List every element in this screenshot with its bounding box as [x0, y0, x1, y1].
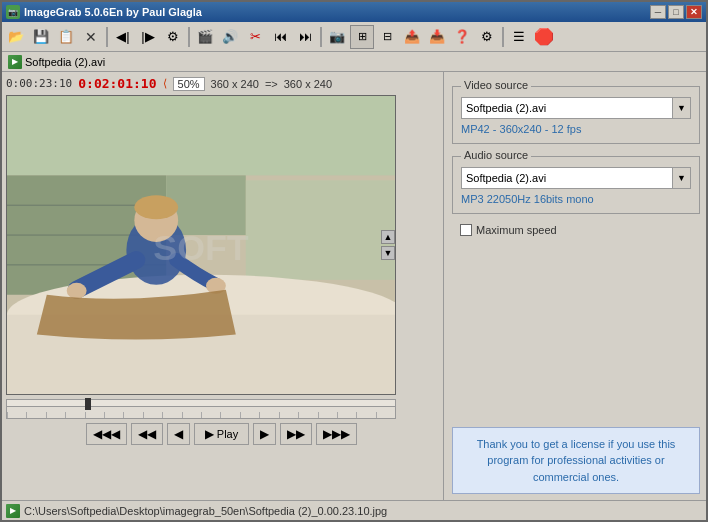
- fast-forward-button[interactable]: ▶▶: [280, 423, 312, 445]
- play-label: Play: [217, 428, 238, 440]
- max-speed-label: Maximum speed: [476, 224, 557, 236]
- tick: [46, 412, 65, 418]
- toolbar: 📂 💾 📋 ✕ ◀| |▶ ⚙ 🎬 🔊 ✂ ⏮ ⏭ 📷 ⊞ ⊟ 📤 📥 ❓ ⚙ …: [2, 22, 706, 52]
- stop-button[interactable]: 🛑: [532, 25, 556, 49]
- toolbar-sep-2: [188, 27, 190, 47]
- tick: [240, 412, 259, 418]
- tick-marks: [7, 407, 395, 418]
- list-view-button[interactable]: ☰: [507, 25, 531, 49]
- capture-button[interactable]: 📷: [325, 25, 349, 49]
- video-frame[interactable]: SOFT ▲ ▼: [6, 95, 396, 395]
- play-icon-wrap: ▶ Play: [205, 427, 238, 441]
- nav-up-arrow[interactable]: ▲: [381, 230, 395, 244]
- cut-button[interactable]: ✂: [243, 25, 267, 49]
- nav-down-arrow[interactable]: ▼: [381, 246, 395, 260]
- license-text: Thank you to get a license if you use th…: [461, 436, 691, 486]
- tick: [143, 412, 162, 418]
- tick: [279, 412, 298, 418]
- video-source-group: Video source Softpedia (2).avi ▼ MP42 - …: [452, 86, 700, 144]
- timecode-total: 0:02:01:10: [78, 76, 156, 91]
- rewind-fast-button[interactable]: ◀◀◀: [86, 423, 127, 445]
- scrubber-area: [6, 399, 396, 419]
- minimize-button[interactable]: ─: [650, 5, 666, 19]
- play-icon: ▶: [205, 427, 214, 441]
- zoom-arrow-icon: ⟨: [163, 77, 167, 90]
- import-left-button[interactable]: ◀|: [111, 25, 135, 49]
- open-file-button[interactable]: 📂: [4, 25, 28, 49]
- audio-source-dropdown-arrow[interactable]: ▼: [673, 167, 691, 189]
- video-source-label: Video source: [461, 79, 531, 91]
- tick: [259, 412, 278, 418]
- zoom-badge: 50%: [173, 77, 205, 91]
- video-source-dropdown-arrow[interactable]: ▼: [673, 97, 691, 119]
- toolbar-sep-4: [502, 27, 504, 47]
- maximize-button[interactable]: □: [668, 5, 684, 19]
- tick: [298, 412, 317, 418]
- tick: [376, 412, 395, 418]
- audio-source-dropdown-wrapper: Softpedia (2).avi ▼: [461, 167, 691, 189]
- audio-source-info: MP3 22050Hz 16bits mono: [461, 193, 691, 205]
- status-path: C:\Users\Softpedia\Desktop\imagegrab_50e…: [24, 505, 387, 517]
- tick: [162, 412, 181, 418]
- video-source-dropdown[interactable]: Softpedia (2).avi: [461, 97, 673, 119]
- batch1-button[interactable]: ⊞: [350, 25, 374, 49]
- title-bar: 📷 ImageGrab 5.0.6En by Paul Glagla ─ □ ✕: [2, 2, 706, 22]
- options-button[interactable]: ⚙: [475, 25, 499, 49]
- tick: [123, 412, 142, 418]
- batch2-button[interactable]: ⊟: [375, 25, 399, 49]
- max-speed-row: Maximum speed: [460, 224, 700, 236]
- export2-button[interactable]: 📥: [425, 25, 449, 49]
- frame-back-button[interactable]: ⏮: [268, 25, 292, 49]
- save-button[interactable]: 💾: [29, 25, 53, 49]
- resolution-to: 360 x 240: [284, 78, 332, 90]
- clipboard-button[interactable]: 📋: [54, 25, 78, 49]
- import-right-button[interactable]: |▶: [136, 25, 160, 49]
- file-tab: ▶ Softpedia (2).avi: [2, 52, 706, 72]
- video-placeholder: SOFT ▲ ▼: [7, 96, 395, 394]
- tick: [318, 412, 337, 418]
- svg-point-12: [134, 195, 178, 219]
- close-button[interactable]: ✕: [686, 5, 702, 19]
- tick: [220, 412, 239, 418]
- title-bar-left: 📷 ImageGrab 5.0.6En by Paul Glagla: [6, 5, 202, 19]
- toolbar-sep-3: [320, 27, 322, 47]
- video-button[interactable]: 🎬: [193, 25, 217, 49]
- svg-rect-3: [166, 175, 246, 235]
- svg-rect-4: [246, 180, 395, 279]
- delete-button[interactable]: ✕: [79, 25, 103, 49]
- resolution-from: 360 x 240: [211, 78, 259, 90]
- step-forward-button[interactable]: ▶: [253, 423, 276, 445]
- status-icon: ▶: [6, 504, 20, 518]
- audio-button[interactable]: 🔊: [218, 25, 242, 49]
- app-icon: 📷: [6, 5, 20, 19]
- tick: [65, 412, 84, 418]
- fast-forward-end-button[interactable]: ▶▶▶: [316, 423, 357, 445]
- tick: [7, 412, 26, 418]
- title-bar-controls: ─ □ ✕: [650, 5, 702, 19]
- timecode-bar: 0:00:23:10 0:02:01:10 ⟨ 50% 360 x 240 =>…: [6, 76, 437, 91]
- main-area: 0:00:23:10 0:02:01:10 ⟨ 50% 360 x 240 =>…: [2, 72, 706, 500]
- audio-source-label: Audio source: [461, 149, 531, 161]
- tick: [201, 412, 220, 418]
- tick: [26, 412, 45, 418]
- right-panel: Video source Softpedia (2).avi ▼ MP42 - …: [446, 72, 706, 500]
- audio-source-dropdown[interactable]: Softpedia (2).avi: [461, 167, 673, 189]
- vertical-divider: [443, 72, 444, 500]
- resolution-arrow: =>: [265, 78, 278, 90]
- play-button[interactable]: ▶ Play: [194, 423, 249, 445]
- svg-text:SOFT: SOFT: [153, 228, 249, 268]
- step-back-button[interactable]: ◀: [167, 423, 190, 445]
- rewind-button[interactable]: ◀◀: [131, 423, 163, 445]
- video-panel: 0:00:23:10 0:02:01:10 ⟨ 50% 360 x 240 =>…: [2, 72, 441, 500]
- frame-fwd-button[interactable]: ⏭: [293, 25, 317, 49]
- scrubber-track[interactable]: [6, 399, 396, 407]
- audio-source-group: Audio source Softpedia (2).avi ▼ MP3 220…: [452, 156, 700, 214]
- help-button[interactable]: ❓: [450, 25, 474, 49]
- scrubber-thumb[interactable]: [85, 398, 91, 410]
- window-title: ImageGrab 5.0.6En by Paul Glagla: [24, 6, 202, 18]
- settings-button[interactable]: ⚙: [161, 25, 185, 49]
- file-tab-icon: ▶: [8, 55, 22, 69]
- file-tab-item: ▶ Softpedia (2).avi: [8, 55, 105, 69]
- export1-button[interactable]: 📤: [400, 25, 424, 49]
- max-speed-checkbox[interactable]: [460, 224, 472, 236]
